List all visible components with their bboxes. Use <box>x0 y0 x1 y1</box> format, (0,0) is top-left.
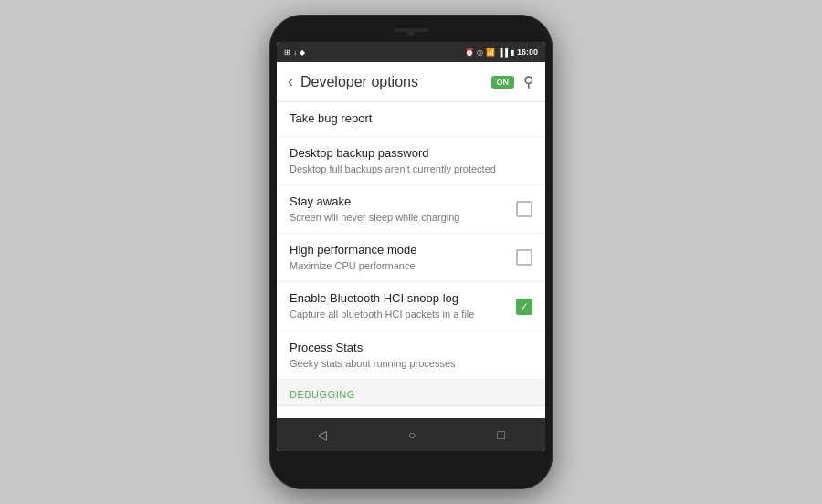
setting-process-stats-text: Process Stats Geeky stats about running … <box>290 341 532 370</box>
status-icon-1: ⊞ <box>284 48 290 57</box>
setting-process-stats[interactable]: Process Stats Geeky stats about running … <box>277 331 545 380</box>
setting-high-performance-title: High performance mode <box>290 243 509 258</box>
debugging-header-label: DEBUGGING <box>290 389 355 400</box>
alarm-icon: ⏰ <box>465 48 474 57</box>
setting-high-performance-text: High performance mode Maximize CPU perfo… <box>290 243 509 272</box>
setting-stay-awake-title: Stay awake <box>290 194 509 210</box>
setting-high-performance-subtitle: Maximize CPU performance <box>290 259 509 272</box>
setting-desktop-backup-subtitle: Desktop full backups aren't currently pr… <box>290 163 532 175</box>
settings-list: Take bug report Desktop backup password … <box>277 102 545 418</box>
setting-high-performance[interactable]: High performance mode Maximize CPU perfo… <box>277 234 545 282</box>
phone-top <box>277 24 545 40</box>
ring-icon: ◎ <box>477 48 483 57</box>
action-bar: ‹ Developer options ON ⚲ <box>277 62 545 102</box>
debugging-section-header: DEBUGGING <box>277 380 545 406</box>
speaker <box>393 28 429 32</box>
status-bar: ⊞ ↓ ◆ ⏰ ◎ 📶 ▐▐ ▮ 16:00 <box>277 42 545 62</box>
phone-device: ⊞ ↓ ◆ ⏰ ◎ 📶 ▐▐ ▮ 16:00 ‹ Developer optio… <box>269 15 553 489</box>
signal-icon: ▐▐ <box>498 48 508 57</box>
battery-icon: ▮ <box>511 48 514 57</box>
developer-options-toggle[interactable]: ON <box>491 76 515 89</box>
setting-stay-awake-text: Stay awake Screen will never sleep while… <box>290 194 509 224</box>
status-icon-2: ↓ <box>293 48 297 57</box>
setting-desktop-backup-title: Desktop backup password <box>290 146 532 162</box>
setting-process-stats-title: Process Stats <box>290 341 532 356</box>
status-time: 16:00 <box>517 47 538 57</box>
setting-bluetooth-hci-text: Enable Bluetooth HCI snoop log Capture a… <box>290 291 509 320</box>
high-performance-checkbox[interactable] <box>516 249 532 266</box>
search-button[interactable]: ⚲ <box>523 73 534 90</box>
nav-bar: ◁ ○ □ <box>277 418 545 451</box>
back-button[interactable]: ‹ <box>288 72 293 91</box>
setting-take-bug-report-title: Take bug report <box>290 111 532 127</box>
page-title: Developer options <box>300 74 491 90</box>
stay-awake-checkbox[interactable] <box>516 201 532 217</box>
setting-take-bug-report-text: Take bug report <box>290 111 532 127</box>
setting-process-stats-subtitle: Geeky stats about running processes <box>290 357 532 370</box>
status-icon-3: ◆ <box>300 48 305 57</box>
setting-bluetooth-hci-title: Enable Bluetooth HCI snoop log <box>290 291 509 307</box>
home-nav-button[interactable]: ○ <box>394 424 430 446</box>
setting-desktop-backup[interactable]: Desktop backup password Desktop full bac… <box>277 137 545 185</box>
back-nav-button[interactable]: ◁ <box>302 424 342 446</box>
setting-stay-awake[interactable]: Stay awake Screen will never sleep while… <box>277 185 545 234</box>
wifi-icon: 📶 <box>486 48 495 57</box>
status-right-icons: ⏰ ◎ 📶 ▐▐ ▮ 16:00 <box>465 47 538 57</box>
setting-desktop-backup-text: Desktop backup password Desktop full bac… <box>290 146 532 175</box>
setting-bluetooth-hci-subtitle: Capture all bluetooth HCI packets in a f… <box>290 308 509 320</box>
setting-usb-debugging[interactable]: USB debugging Debug mode when USB is con… <box>277 406 545 418</box>
setting-bluetooth-hci[interactable]: Enable Bluetooth HCI snoop log Capture a… <box>277 282 545 331</box>
bluetooth-hci-checkbox[interactable]: ✓ <box>516 299 532 315</box>
recent-nav-button[interactable]: □ <box>482 424 519 446</box>
status-left-icons: ⊞ ↓ ◆ <box>284 48 305 57</box>
setting-take-bug-report[interactable]: Take bug report <box>277 102 545 137</box>
setting-stay-awake-subtitle: Screen will never sleep while charging <box>290 211 509 224</box>
phone-screen: ⊞ ↓ ◆ ⏰ ◎ 📶 ▐▐ ▮ 16:00 ‹ Developer optio… <box>277 42 545 451</box>
